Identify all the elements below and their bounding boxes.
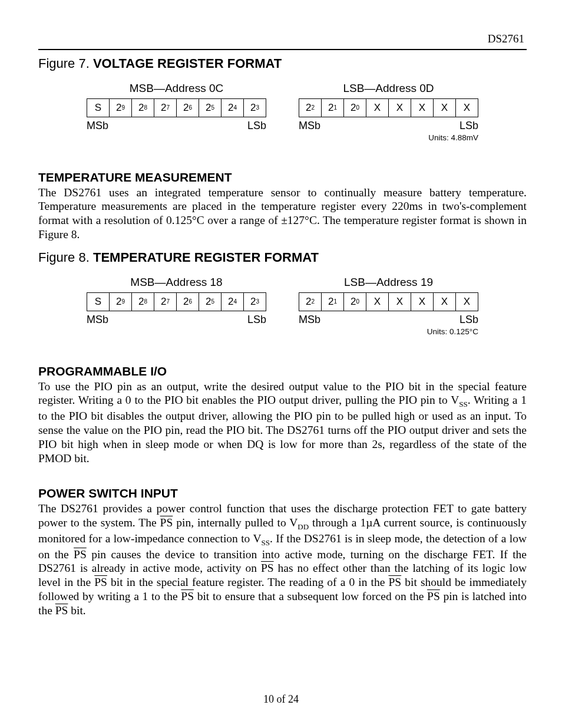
fig7-lsb-right: LSb — [459, 120, 478, 132]
bit-cell: X — [433, 98, 456, 117]
figure-7-name: VOLTAGE REGISTER FORMAT — [93, 56, 282, 71]
pio-heading: PROGRAMMABLE I/O — [38, 364, 527, 378]
bit-cell: 27 — [154, 98, 177, 117]
bit-cell: 26 — [176, 98, 199, 117]
temperature-body: The DS2761 uses an integrated temperatur… — [38, 186, 527, 242]
bit-cell: 29 — [109, 98, 132, 117]
bit-cell: 28 — [131, 98, 154, 117]
fig8-msb-bits: S29282726252423 — [87, 292, 266, 311]
figure-8-prefix: Figure 8. — [38, 250, 93, 265]
bit-cell: 23 — [243, 292, 266, 311]
figure-7-prefix: Figure 7. — [38, 56, 93, 71]
bit-cell: 21 — [321, 98, 344, 117]
bit-cell: 24 — [221, 98, 244, 117]
header-part-number: DS2761 — [488, 32, 524, 45]
fig8-lsb-units: Units: 0.125°C — [299, 327, 478, 336]
bit-cell: 28 — [131, 292, 154, 311]
fig8-msb-left: MSb — [87, 314, 108, 326]
fig8-lsb-right: LSb — [459, 314, 478, 326]
fig7-msb-byte: MSB—Address 0C S29282726252423 MSb LSb — [87, 82, 266, 142]
ps-heading: POWER SWITCH INPUT — [38, 486, 527, 500]
fig7-lsb-byte: LSB—Address 0D 222120XXXXX MSb LSb Units… — [299, 82, 478, 142]
header-divider — [38, 49, 527, 50]
bit-cell: 22 — [299, 292, 322, 311]
fig8-lsb-bits: 222120XXXXX — [299, 292, 478, 311]
bit-cell: X — [388, 292, 411, 311]
fig8-lsb-label: LSB—Address 19 — [299, 276, 478, 289]
bit-cell: 25 — [199, 292, 222, 311]
bit-cell: X — [366, 292, 389, 311]
bit-cell: 26 — [176, 292, 199, 311]
figure-8-register: MSB—Address 18 S29282726252423 MSb LSb L… — [38, 276, 527, 336]
bit-cell: X — [366, 98, 389, 117]
page-footer: 10 of 24 — [0, 693, 562, 706]
bit-cell: S — [87, 98, 110, 117]
fig7-lsb-bits: 222120XXXXX — [299, 98, 478, 117]
bit-cell: 25 — [199, 98, 222, 117]
temperature-heading: TEMPERATURE MEASUREMENT — [38, 170, 527, 185]
fig7-lsb-units: Units: 4.88mV — [299, 133, 478, 142]
pio-body: To use the PIO pin as an output, write t… — [38, 380, 527, 466]
fig7-lsb-left: MSb — [299, 120, 320, 132]
bit-cell: 20 — [343, 292, 366, 311]
bit-cell: 22 — [299, 98, 322, 117]
figure-8-name: TEMPERATURE REGISTER FORMAT — [93, 250, 319, 265]
figure-7-title: Figure 7. VOLTAGE REGISTER FORMAT — [38, 56, 527, 71]
figure-8-title: Figure 8. TEMPERATURE REGISTER FORMAT — [38, 250, 527, 265]
bit-cell: X — [411, 292, 434, 311]
bit-cell: 21 — [321, 292, 344, 311]
figure-7-register: MSB—Address 0C S29282726252423 MSb LSb L… — [38, 82, 527, 142]
fig7-msb-right: LSb — [247, 120, 266, 132]
fig8-msb-label: MSB—Address 18 — [87, 276, 266, 289]
bit-cell: 29 — [109, 292, 132, 311]
bit-cell: X — [411, 98, 434, 117]
bit-cell: S — [87, 292, 110, 311]
bit-cell: 20 — [343, 98, 366, 117]
fig8-lsb-left: MSb — [299, 314, 320, 326]
fig7-lsb-label: LSB—Address 0D — [299, 82, 478, 95]
bit-cell: X — [455, 98, 478, 117]
bit-cell: 24 — [221, 292, 244, 311]
fig7-msb-left: MSb — [87, 120, 108, 132]
fig7-msb-label: MSB—Address 0C — [87, 82, 266, 95]
ps-body: The DS2761 provides a power control func… — [38, 502, 527, 617]
fig8-msb-right: LSb — [247, 314, 266, 326]
bit-cell: X — [388, 98, 411, 117]
bit-cell: 23 — [243, 98, 266, 117]
fig8-lsb-byte: LSB—Address 19 222120XXXXX MSb LSb Units… — [299, 276, 478, 336]
bit-cell: X — [455, 292, 478, 311]
fig8-msb-byte: MSB—Address 18 S29282726252423 MSb LSb — [87, 276, 266, 336]
bit-cell: 27 — [154, 292, 177, 311]
bit-cell: X — [433, 292, 456, 311]
fig7-msb-bits: S29282726252423 — [87, 98, 266, 117]
